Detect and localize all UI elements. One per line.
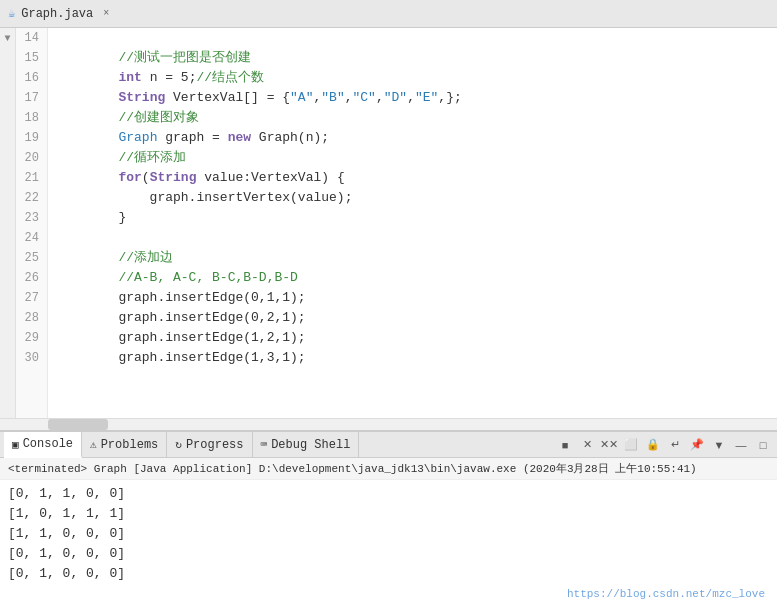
plain-token: value:VertexVal) { [196, 168, 344, 188]
code-line: //循环添加 [56, 148, 769, 168]
comment-token: //循环添加 [56, 148, 186, 168]
maximize-button[interactable]: □ [753, 435, 773, 455]
line-number: 26 [16, 268, 43, 288]
line-number: 16 [16, 68, 43, 88]
plain-token: , [345, 88, 353, 108]
plain-token: ,}; [438, 88, 461, 108]
code-token: n = 5; [142, 68, 197, 88]
debug-shell-tab-label: Debug Shell [271, 438, 350, 452]
line-number: 24 [16, 228, 43, 248]
line-number: 27 [16, 288, 43, 308]
str-token: "E" [415, 88, 438, 108]
line-number: 15 [16, 48, 43, 68]
code-line: graph.insertEdge(0,2,1); [56, 308, 769, 328]
kw-token: String [150, 168, 197, 188]
line-number: 17 [16, 88, 43, 108]
plain-token: graph = [157, 128, 227, 148]
code-line: //创建图对象 [56, 108, 769, 128]
debug-icon: ⌨ [261, 438, 268, 451]
code-line: int n = 5;//结点个数 [56, 68, 769, 88]
console-header: <terminated> Graph [Java Application] D:… [0, 458, 777, 480]
plain-token: graph.insertEdge(1,3,1); [56, 348, 306, 368]
line-number: 29 [16, 328, 43, 348]
code-line: graph.insertEdge(1,3,1); [56, 348, 769, 368]
scroll-lock-button[interactable]: 🔒 [643, 435, 663, 455]
plain-token: graph.insertEdge(0,1,1); [56, 288, 306, 308]
line-number: 28 [16, 308, 43, 328]
minimize-button[interactable]: — [731, 435, 751, 455]
progress-tab-label: Progress [186, 438, 244, 452]
plain-token [56, 128, 118, 148]
plain-token [56, 168, 118, 188]
line-number: 25 [16, 248, 43, 268]
line-number: 18 [16, 108, 43, 128]
type-token: Graph [118, 128, 157, 148]
plain-token: Graph(n); [251, 128, 329, 148]
clear-button[interactable]: ⬜ [621, 435, 641, 455]
plain-token [56, 68, 118, 88]
console-tab-bar: ▣ Console ⚠ Problems ↻ Progress ⌨ Debug … [0, 432, 777, 458]
console-output-line: [0, 1, 0, 0, 0] [8, 564, 769, 584]
console-icon: ▣ [12, 438, 19, 451]
comment-token: //创建图对象 [56, 108, 199, 128]
str-token: "C" [353, 88, 376, 108]
view-menu-button[interactable]: ▼ [709, 435, 729, 455]
line-numbers: 1415161718192021222324252627282930 [16, 28, 48, 418]
line-number: 23 [16, 208, 43, 228]
tab-console[interactable]: ▣ Console [4, 432, 82, 458]
line-number: 22 [16, 188, 43, 208]
line-number: 30 [16, 348, 43, 368]
plain-token: ( [142, 168, 150, 188]
plain-token: graph.insertEdge(1,2,1); [56, 328, 306, 348]
code-line [56, 28, 769, 48]
kw-token: for [118, 168, 141, 188]
code-area[interactable]: //测试一把图是否创建 int n = 5;//结点个数 String Vert… [48, 28, 777, 418]
code-line: for(String value:VertexVal) { [56, 168, 769, 188]
tab-debug-shell[interactable]: ⌨ Debug Shell [253, 432, 360, 458]
kw-token: int [118, 68, 141, 88]
horizontal-scrollbar[interactable] [0, 418, 777, 430]
code-line: String VertexVal[] = {"A","B","C","D","E… [56, 88, 769, 108]
tab-filename[interactable]: Graph.java [21, 7, 93, 21]
tab-close-button[interactable]: × [103, 8, 109, 19]
plain-token: , [376, 88, 384, 108]
console-header-text: <terminated> Graph [Java Application] D:… [8, 463, 697, 475]
str-token: "D" [384, 88, 407, 108]
code-line: //测试一把图是否创建 [56, 48, 769, 68]
progress-icon: ↻ [175, 438, 182, 451]
comment-token: //添加边 [56, 248, 173, 268]
console-output-line: [1, 1, 0, 0, 0] [8, 524, 769, 544]
kw-token: new [228, 128, 251, 148]
stop-button[interactable]: ■ [555, 435, 575, 455]
code-line: graph.insertEdge(1,2,1); [56, 328, 769, 348]
code-line: Graph graph = new Graph(n); [56, 128, 769, 148]
line-number: 19 [16, 128, 43, 148]
console-toolbar: ■ ✕ ✕✕ ⬜ 🔒 ↵ 📌 ▼ — □ [555, 435, 773, 455]
code-line [56, 228, 769, 248]
tab-problems[interactable]: ⚠ Problems [82, 432, 167, 458]
plain-token: , [313, 88, 321, 108]
comment-token: //A-B, A-C, B-C,B-D,B-D [56, 268, 298, 288]
plain-token: , [407, 88, 415, 108]
str-token: "B" [321, 88, 344, 108]
plain-token: graph.insertEdge(0,2,1); [56, 308, 306, 328]
watermark: https://blog.csdn.net/mzc_love [567, 588, 765, 600]
fold-arrow[interactable]: ▼ [0, 28, 15, 48]
console-tab-label: Console [23, 437, 73, 451]
tab-progress[interactable]: ↻ Progress [167, 432, 252, 458]
remove-all-button[interactable]: ✕✕ [599, 435, 619, 455]
problems-tab-label: Problems [101, 438, 159, 452]
kw-token: String [118, 88, 165, 108]
code-line: //A-B, A-C, B-C,B-D,B-D [56, 268, 769, 288]
console-output-line: [0, 1, 0, 0, 0] [8, 544, 769, 564]
editor-container: ▼ 1415161718192021222324252627282930 //测… [0, 28, 777, 418]
fold-gutter: ▼ [0, 28, 16, 418]
plain-token [56, 88, 118, 108]
comment-token: //测试一把图是否创建 [56, 48, 251, 68]
code-line: } [56, 208, 769, 228]
word-wrap-button[interactable]: ↵ [665, 435, 685, 455]
console-panel: ▣ Console ⚠ Problems ↻ Progress ⌨ Debug … [0, 430, 777, 608]
pin-button[interactable]: 📌 [687, 435, 707, 455]
terminate-button[interactable]: ✕ [577, 435, 597, 455]
code-line: graph.insertVertex(value); [56, 188, 769, 208]
